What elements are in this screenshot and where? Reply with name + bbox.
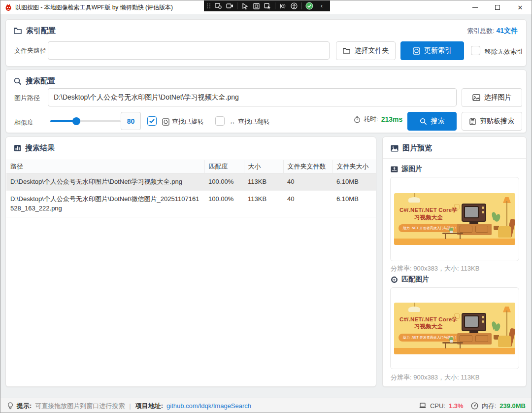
memory-label: 内存:	[482, 402, 497, 411]
banner-floorlamp-pole	[506, 310, 507, 338]
source-image-header: 源图片	[391, 165, 422, 173]
matched-image-frame[interactable]: C#/.NET/.NET Core学习视频大全 助力 .NET 开发者高效入门与…	[390, 287, 519, 369]
memory-gauge-icon	[471, 402, 478, 410]
result-match: 100.00%	[204, 190, 244, 217]
check-icon	[149, 119, 155, 123]
matched-image-info: 分辨率: 900x383，大小: 113KB	[391, 373, 479, 382]
window-title: 以图搜图 - 本地图像检索工具WPF版 by 懒得勤快 (评估版本)	[15, 3, 173, 12]
source-image-info: 分辨率: 900x383，大小: 113KB	[391, 264, 479, 273]
banner-lamp-shade	[408, 307, 420, 312]
find-flipped-checkbox[interactable]	[215, 116, 225, 126]
select-folder-label: 选择文件夹	[355, 46, 389, 55]
col-size[interactable]: 大小	[244, 160, 283, 173]
matched-image-header: 匹配图片	[391, 275, 429, 284]
banner-tv-stand	[469, 331, 478, 333]
image-preview-header: 图片预览	[391, 143, 432, 153]
result-size: 113KB	[244, 190, 283, 217]
banner-frame-decor	[454, 204, 460, 209]
elapsed-label: 耗时:	[364, 115, 378, 124]
source-image-frame[interactable]: C#/.NET/.NET Core学习视频大全 助力 .NET 开发者高效入门与…	[390, 177, 519, 261]
minimize-button[interactable]	[464, 0, 486, 14]
status-separator: |	[129, 402, 131, 410]
result-folder-size: 6.10MB	[332, 190, 376, 217]
result-folder-size: 6.10MB	[332, 173, 376, 191]
col-folder-size[interactable]: 文件夹大小	[332, 160, 376, 173]
folder-icon	[343, 47, 351, 54]
col-match[interactable]: 匹配度	[204, 160, 244, 173]
search-config-card: 搜索配置 图片路径 选择图片 相似度 80 查找已旋转 ↔ 查找已翻转	[5, 69, 527, 133]
banner-table-leg	[445, 234, 446, 239]
region-icon[interactable]	[252, 2, 260, 10]
banner-tv	[462, 204, 486, 222]
banner-chair	[498, 226, 511, 238]
elapsed-time: 耗时: 213ms	[354, 115, 402, 124]
banner-small-pot	[450, 340, 453, 343]
index-total-label: 索引总数:	[467, 27, 496, 34]
cursor-capture-icon[interactable]	[264, 2, 271, 10]
image-path-label: 图片路径	[14, 94, 40, 103]
find-rotated-checkbox[interactable]	[147, 116, 157, 126]
search-config-title: 搜索配置	[26, 76, 55, 86]
search-config-header: 搜索配置	[14, 76, 55, 86]
title-bar[interactable]: 以图搜图 - 本地图像检索工具WPF版 by 懒得勤快 (评估版本)	[0, 0, 532, 14]
update-index-button[interactable]: 更新索引	[400, 41, 464, 60]
image-icon	[472, 94, 480, 101]
banner-plant	[492, 321, 500, 336]
remove-invalid-checkbox[interactable]	[471, 46, 480, 55]
cursor-icon[interactable]	[241, 2, 249, 10]
rotate-icon	[162, 118, 169, 126]
banner-table-leg	[445, 344, 446, 348]
similarity-slider[interactable]	[50, 117, 121, 125]
result-row[interactable]: D:\Desktop\个人公众号无水印图片\DotNet\微信图片_202511…	[6, 190, 376, 217]
result-row[interactable]: D:\Desktop\个人公众号无水印图片\DotNet\学习视频大全.png …	[6, 173, 376, 191]
index-config-header: 索引配置	[14, 26, 56, 35]
recorder-icon[interactable]	[226, 2, 233, 10]
flip-arrow-icon: ↔	[229, 118, 235, 126]
app-window: 以图搜图 - 本地图像检索工具WPF版 by 懒得勤快 (评估版本)	[0, 0, 532, 413]
search-button[interactable]: 搜索	[407, 112, 457, 131]
banner-floorlamp-pole	[506, 201, 507, 228]
banner-lamp-shade	[408, 197, 420, 203]
matched-image-label: 匹配图片	[401, 275, 429, 284]
close-button[interactable]: ✕	[509, 0, 532, 14]
banner-title: C#/.NET/.NET Core学习视频大全	[397, 316, 460, 331]
similarity-value[interactable]: 80	[121, 112, 141, 130]
clipboard-icon	[469, 118, 476, 125]
confirm-icon[interactable]	[305, 2, 313, 10]
banner-strip	[394, 239, 515, 245]
preview-image-icon	[391, 145, 399, 152]
select-image-button[interactable]: 选择图片	[462, 88, 522, 107]
banner-table-leg	[460, 344, 461, 348]
search-results-title: 搜索结果	[25, 143, 55, 153]
col-folder-files[interactable]: 文件夹文件数	[283, 160, 332, 173]
project-link[interactable]: github.com/ldqk/ImageSearch	[166, 402, 251, 410]
image-path-input[interactable]	[48, 88, 457, 106]
select-folder-button[interactable]: 选择文件夹	[336, 41, 396, 60]
find-flipped-label: 查找已翻转	[238, 117, 270, 126]
banner-chair	[498, 336, 511, 347]
annotate-icon[interactable]	[214, 2, 222, 10]
banner-plant	[492, 212, 500, 227]
find-flipped-option: ↔ 查找已翻转	[229, 117, 270, 126]
col-path[interactable]: 路径	[6, 160, 204, 173]
search-results-card: 搜索结果 路径 匹配度 大小 文件夹文件数 文件夹大小 D:\Desktop\个…	[5, 137, 376, 387]
index-total-value: 41文件	[496, 27, 518, 34]
folder-path-input[interactable]	[48, 41, 330, 60]
status-bar: 提示: 可直接拖放图片到窗口进行搜索 | 项目地址: github.com/ld…	[0, 398, 532, 413]
slider-thumb[interactable]	[72, 117, 80, 125]
webcam-icon[interactable]	[279, 2, 287, 10]
minimize-icon	[472, 7, 478, 8]
clipboard-search-label: 剪贴板搜索	[480, 117, 514, 126]
collapse-chevron[interactable]: ‹	[321, 2, 323, 9]
banner-title: C#/.NET/.NET Core学习视频大全	[397, 206, 460, 221]
source-image-label: 源图片	[401, 165, 422, 173]
maximize-button[interactable]	[486, 0, 509, 14]
divider	[383, 158, 526, 159]
drag-grip-icon[interactable]	[207, 3, 211, 8]
toolbar-divider	[301, 2, 302, 9]
source-image-icon	[391, 166, 398, 172]
capture-overlay-toolbar[interactable]: ‹	[204, 0, 330, 11]
bulb-icon	[7, 402, 13, 410]
accessibility-icon[interactable]	[290, 2, 298, 10]
clipboard-search-button[interactable]: 剪贴板搜索	[462, 112, 522, 131]
